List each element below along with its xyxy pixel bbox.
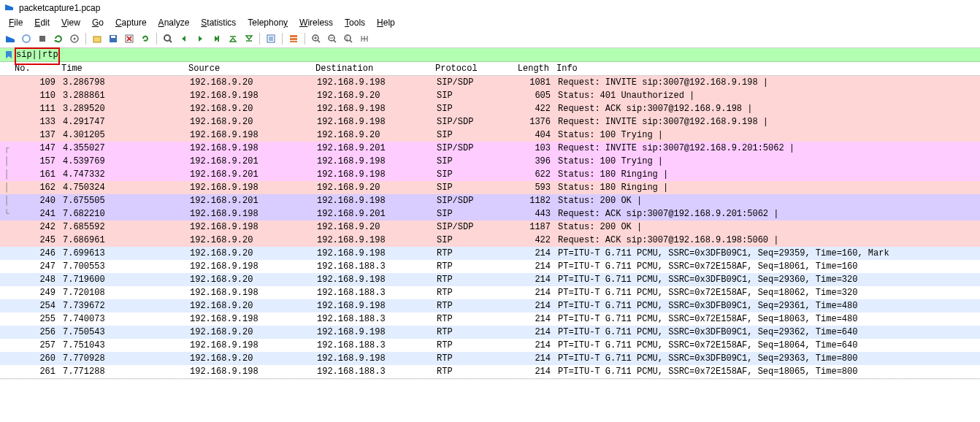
cell-time: 7.770928 xyxy=(60,353,187,364)
open-icon[interactable] xyxy=(90,31,104,46)
packet-row[interactable]: 1103.288861192.168.9.198192.168.9.20SIP6… xyxy=(0,89,980,102)
packet-row[interactable]: 1334.291747192.168.9.20192.168.9.198SIP/… xyxy=(0,115,980,128)
packet-row[interactable]: 2497.720108192.168.9.198192.168.188.3RTP… xyxy=(0,286,980,299)
cell-source: 192.168.9.20 xyxy=(187,326,314,338)
display-filter-bar xyxy=(0,48,980,62)
cell-no: 110 xyxy=(13,90,60,101)
packet-list-header[interactable]: No. Time Source Destination Protocol Len… xyxy=(0,62,980,76)
cell-no: 257 xyxy=(13,339,60,351)
cell-length: 103 xyxy=(510,142,555,154)
cell-no: 242 xyxy=(13,221,60,233)
circle-icon[interactable] xyxy=(19,31,34,46)
menu-tools[interactable]: Tools xyxy=(339,16,371,29)
cell-time: 3.289520 xyxy=(60,103,187,115)
colorize-icon[interactable] xyxy=(286,31,301,46)
packet-row[interactable]: ┌1474.355027192.168.9.198192.168.9.201SI… xyxy=(0,142,980,155)
menu-bar: File Edit View Go Capture Analyze Statis… xyxy=(0,15,980,30)
cell-time: 7.771288 xyxy=(60,366,187,377)
packet-row[interactable]: 2567.750543192.168.9.20192.168.9.198RTP2… xyxy=(0,326,980,339)
shark-fin-icon[interactable] xyxy=(3,31,18,46)
col-header-info[interactable]: Info xyxy=(554,64,980,74)
cell-source: 192.168.9.201 xyxy=(187,169,314,180)
packet-row[interactable]: 2477.700553192.168.9.198192.168.188.3RTP… xyxy=(0,260,980,273)
packet-row[interactable]: │1574.539769192.168.9.201192.168.9.198SI… xyxy=(0,155,980,168)
cell-length: 214 xyxy=(510,313,555,325)
cell-no: 137 xyxy=(13,129,60,141)
svg-marker-0 xyxy=(5,4,13,10)
col-header-source[interactable]: Source xyxy=(185,64,313,74)
col-header-dest[interactable]: Destination xyxy=(313,64,432,74)
col-header-proto[interactable]: Protocol xyxy=(432,64,508,74)
stop-icon[interactable] xyxy=(35,31,50,46)
cell-time: 4.750324 xyxy=(60,182,187,193)
menu-wireless[interactable]: Wireless xyxy=(294,16,339,29)
goto-icon[interactable] xyxy=(209,31,223,46)
packet-row[interactable]: 2577.751043192.168.9.198192.168.188.3RTP… xyxy=(0,339,980,352)
cell-info: Status: 100 Trying | xyxy=(555,129,980,141)
cell-no: 111 xyxy=(13,103,60,115)
close-icon[interactable] xyxy=(122,31,137,46)
cell-length: 443 xyxy=(510,208,555,220)
zoom-out-icon[interactable] xyxy=(325,31,340,46)
menu-telephony[interactable]: TelephonTy xyxy=(242,16,294,29)
restart-icon[interactable] xyxy=(51,31,66,46)
packet-row[interactable]: 2547.739672192.168.9.20192.168.9.198RTP2… xyxy=(0,299,980,312)
autoscroll-icon[interactable] xyxy=(264,31,278,46)
packet-row[interactable]: │1614.747332192.168.9.201192.168.9.198SI… xyxy=(0,168,980,181)
packet-row[interactable]: │1624.750324192.168.9.198192.168.9.20SIP… xyxy=(0,181,980,194)
packet-row[interactable]: 2457.686961192.168.9.20192.168.9.198SIP4… xyxy=(0,234,980,247)
packet-row[interactable]: 1113.289520192.168.9.20192.168.9.198SIP4… xyxy=(0,102,980,115)
col-header-no[interactable]: No. xyxy=(13,64,58,74)
packet-row[interactable]: 1093.286798192.168.9.20192.168.9.198SIP/… xyxy=(0,76,980,89)
menu-go[interactable]: Go xyxy=(86,16,110,29)
cell-info: Request: ACK sip:3007@192.168.9.198 | xyxy=(555,103,980,115)
last-icon[interactable] xyxy=(241,31,256,46)
prev-icon[interactable] xyxy=(177,31,191,46)
packet-row[interactable]: 1374.301205192.168.9.198192.168.9.20SIP4… xyxy=(0,128,980,142)
find-icon[interactable] xyxy=(161,31,175,46)
bookmark-icon[interactable] xyxy=(3,49,15,61)
cell-no: 249 xyxy=(13,287,60,299)
menu-edit[interactable]: Edit xyxy=(28,16,55,29)
cell-length: 214 xyxy=(510,326,555,338)
zoom-reset-icon[interactable]: 1 xyxy=(341,31,356,46)
packet-row[interactable]: 2617.771288192.168.9.198192.168.188.3RTP… xyxy=(0,365,980,378)
cell-no: 255 xyxy=(13,313,60,325)
cell-length: 605 xyxy=(510,90,555,101)
resize-cols-icon[interactable] xyxy=(357,31,372,46)
first-icon[interactable] xyxy=(225,31,240,46)
svg-line-14 xyxy=(169,40,172,42)
col-header-time[interactable]: Time xyxy=(58,64,185,74)
menu-file[interactable]: File xyxy=(3,16,28,29)
divider xyxy=(0,378,980,380)
cell-proto: RTP xyxy=(434,287,510,299)
menu-statistics[interactable]: Statistics xyxy=(195,16,242,29)
cell-dest: 192.168.188.3 xyxy=(314,366,434,377)
cell-source: 192.168.9.198 xyxy=(187,221,314,233)
packet-row[interactable]: 2467.699613192.168.9.20192.168.9.198RTP2… xyxy=(0,247,980,260)
packet-row[interactable]: 2607.770928192.168.9.20192.168.9.198RTP2… xyxy=(0,352,980,365)
cell-no: 245 xyxy=(13,234,60,246)
packet-row[interactable]: 2427.685592192.168.9.198192.168.9.20SIP/… xyxy=(0,220,980,234)
cell-length: 1187 xyxy=(510,221,555,233)
tree-gutter: └ xyxy=(0,208,13,220)
packet-row[interactable]: │2407.675505192.168.9.201192.168.9.198SI… xyxy=(0,194,980,207)
menu-analyze[interactable]: Analyze xyxy=(153,16,196,29)
menu-capture[interactable]: Capture xyxy=(110,16,153,29)
display-filter-input[interactable] xyxy=(15,49,980,61)
next-icon[interactable] xyxy=(193,31,207,46)
col-header-length[interactable]: Length xyxy=(508,64,554,74)
menu-view[interactable]: View xyxy=(55,16,86,29)
zoom-in-icon[interactable] xyxy=(309,31,324,46)
packet-row[interactable]: 2487.719600192.168.9.20192.168.9.198RTP2… xyxy=(0,273,980,286)
cell-dest: 192.168.9.20 xyxy=(314,90,434,101)
packet-row[interactable]: └2417.682210192.168.9.198192.168.9.201SI… xyxy=(0,207,980,220)
menu-help[interactable]: Help xyxy=(371,16,401,29)
cell-proto: RTP xyxy=(434,339,510,351)
reload-icon[interactable] xyxy=(138,31,153,46)
packet-row[interactable]: 2557.740073192.168.9.198192.168.188.3RTP… xyxy=(0,312,980,326)
save-icon[interactable] xyxy=(106,31,120,46)
options-icon[interactable] xyxy=(67,31,82,46)
cell-dest: 192.168.9.198 xyxy=(314,274,434,285)
cell-time: 4.539769 xyxy=(60,156,187,167)
